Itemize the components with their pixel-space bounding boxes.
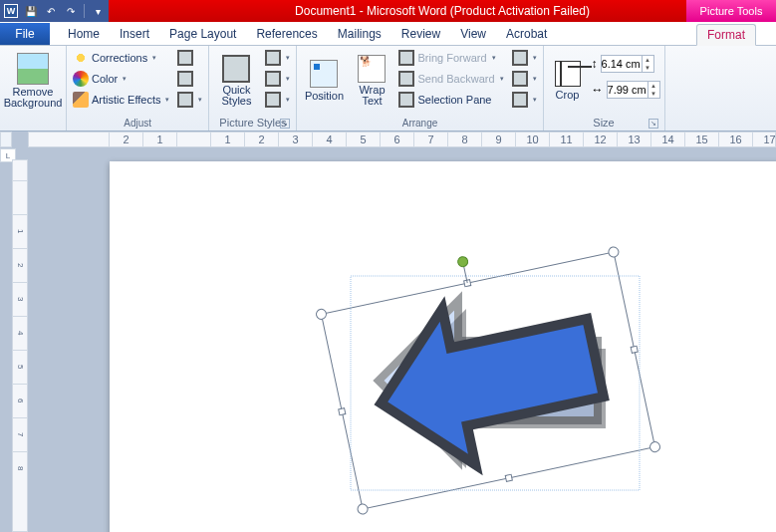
group-label-styles: Picture Styles↘ [213, 116, 292, 131]
title-bar: W 💾 ↶ ↷ ▾ Document1 - Microsoft Word (Pr… [0, 0, 776, 22]
tab-insert[interactable]: Insert [110, 23, 159, 45]
ribbon: Remove Background Corrections▾ Color▾ Ar… [0, 46, 776, 132]
ruler-tick: 13 [617, 133, 650, 146]
picture-effects-button[interactable]: ▾ [263, 69, 292, 89]
send-backward-button[interactable]: Send Backward▾ [396, 69, 505, 89]
ruler-tick: 2 [244, 133, 278, 146]
tab-home[interactable]: Home [58, 23, 110, 45]
ruler-tick: 15 [684, 133, 718, 146]
save-icon[interactable]: 💾 [24, 4, 38, 18]
chevron-down-icon: ▾ [165, 96, 169, 104]
ruler-tick: 14 [650, 133, 684, 146]
tab-page-layout[interactable]: Page Layout [159, 23, 246, 45]
tab-file[interactable]: File [0, 23, 50, 45]
ruler-tick: 11 [549, 133, 583, 146]
selection-pane-icon [398, 92, 414, 108]
svg-rect-6 [505, 474, 512, 481]
compress-pictures-button[interactable] [175, 48, 204, 68]
picture-layout-button[interactable]: ▾ [263, 90, 292, 110]
chevron-down-icon: ▾ [500, 75, 504, 83]
quick-access-toolbar: W 💾 ↶ ↷ ▾ [0, 0, 109, 22]
width-field[interactable]: ↔ ▲▼ [592, 80, 660, 100]
wrap-text-button[interactable]: Wrap Text [351, 48, 392, 114]
group-label-adjust: Adjust [71, 117, 204, 131]
spin-down-icon[interactable]: ▼ [642, 64, 653, 72]
height-icon: ↕ [592, 57, 598, 71]
ruler-tick: 4 [312, 133, 346, 146]
tab-mailings[interactable]: Mailings [328, 23, 391, 45]
word-app-icon[interactable]: W [4, 4, 18, 18]
group-label-arrange: Arrange [301, 117, 538, 131]
remove-background-icon [17, 53, 49, 85]
dialog-launcher-icon[interactable]: ↘ [648, 119, 658, 129]
chevron-down-icon: ▾ [533, 54, 537, 62]
chevron-down-icon: ▾ [286, 96, 290, 104]
ribbon-tabs: File Home Insert Page Layout References … [0, 22, 776, 46]
tab-acrobat[interactable]: Acrobat [496, 23, 557, 45]
tab-references[interactable]: References [246, 23, 327, 45]
reset-picture-button[interactable]: ▾ [175, 90, 204, 110]
quick-styles-icon [222, 55, 250, 83]
artistic-effects-button[interactable]: Artistic Effects▾ [71, 90, 171, 110]
ruler-tick [13, 180, 27, 214]
selected-picture[interactable] [309, 236, 667, 525]
crop-button[interactable]: Crop [548, 48, 588, 114]
color-button[interactable]: Color▾ [71, 69, 171, 89]
rotate-icon [512, 92, 528, 108]
chevron-down-icon: ▾ [286, 54, 290, 62]
window-title: Document1 - Microsoft Word (Product Acti… [109, 4, 776, 18]
corrections-button[interactable]: Corrections▾ [71, 48, 171, 68]
wrap-text-icon [358, 55, 386, 83]
group-button[interactable]: ▾ [510, 69, 539, 89]
change-picture-button[interactable] [175, 69, 204, 89]
change-picture-icon [177, 71, 193, 87]
spin-up-icon[interactable]: ▲ [647, 82, 659, 90]
spin-up-icon[interactable]: ▲ [642, 56, 653, 64]
chevron-down-icon: ▾ [533, 96, 537, 104]
qat-customize-icon[interactable]: ▾ [91, 4, 105, 18]
ruler-tick: 1 [13, 214, 27, 248]
ruler-tick: 7 [413, 133, 447, 146]
position-button[interactable]: Position [301, 48, 347, 114]
dialog-launcher-icon[interactable]: ↘ [280, 119, 290, 129]
qat-separator [84, 4, 85, 18]
position-icon [310, 60, 338, 88]
undo-icon[interactable]: ↶ [44, 4, 58, 18]
height-field[interactable]: ↕ ▲▼ [592, 54, 660, 74]
document-page[interactable] [110, 161, 776, 532]
horizontal-ruler[interactable]: 21123456789101112131415161718 [28, 132, 776, 147]
effects-icon [265, 71, 281, 87]
bring-forward-button[interactable]: Bring Forward▾ [396, 48, 505, 68]
remove-background-button[interactable]: Remove Background [4, 48, 62, 114]
layout-icon [265, 92, 281, 108]
vertical-ruler[interactable]: 12345678 [12, 159, 28, 532]
picture-border-button[interactable]: ▾ [263, 48, 292, 68]
rotate-button[interactable]: ▾ [510, 90, 539, 110]
redo-icon[interactable]: ↷ [64, 4, 78, 18]
align-icon [512, 50, 528, 66]
selection-pane-button[interactable]: Selection Pane [396, 90, 505, 110]
ruler-tick: 6 [380, 133, 413, 146]
svg-rect-7 [339, 408, 346, 415]
align-button[interactable]: ▾ [510, 48, 539, 68]
reset-icon [177, 92, 193, 108]
ruler-tick: 5 [346, 133, 380, 146]
ruler-tick: 3 [278, 133, 312, 146]
color-icon [73, 71, 89, 87]
chevron-down-icon: ▾ [286, 75, 290, 83]
ruler-tick: 10 [515, 133, 549, 146]
svg-point-4 [649, 441, 661, 453]
tab-format[interactable]: Format [696, 24, 756, 46]
svg-point-2 [608, 246, 620, 258]
corrections-icon [73, 50, 89, 66]
ruler-corner [0, 132, 12, 147]
quick-styles-button[interactable]: Quick Styles [213, 48, 259, 114]
border-icon [265, 50, 281, 66]
spin-down-icon[interactable]: ▼ [647, 90, 659, 98]
tab-view[interactable]: View [450, 23, 496, 45]
width-icon: ↔ [592, 83, 604, 97]
compress-icon [177, 50, 193, 66]
group-picture-styles: Quick Styles ▾ ▾ ▾ Picture Styles↘ [209, 46, 297, 131]
tab-review[interactable]: Review [391, 23, 450, 45]
ruler-tick: 1 [210, 133, 244, 146]
